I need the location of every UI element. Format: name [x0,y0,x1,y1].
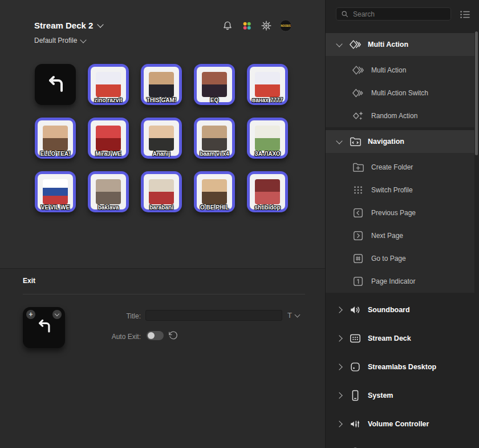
action-random-action[interactable]: Random Action [326,104,474,127]
category-items: Multi ActionMulti Action SwitchRandom Ac… [326,56,474,127]
category-label: Volume Controller [368,420,429,428]
profile-selector[interactable]: Default Profile [34,37,86,45]
category-soundboard[interactable]: Soundboard [326,296,474,324]
action-key-ananij[interactable]: Ananij [141,118,182,159]
stream-deck-icon [348,332,362,345]
action-key-barabani[interactable]: barabani [141,171,182,212]
chevron-down-icon [55,312,59,316]
category-streamlabs-desktop[interactable]: Streamlabs Desktop [326,353,474,381]
auto-exit-toggle[interactable] [147,331,164,340]
key-label: O BE PHIL [194,204,234,211]
key-preview[interactable]: + [23,307,65,348]
toggle-knob [148,332,155,339]
key-label: shtibidop [247,204,287,211]
key-options-dropdown[interactable] [52,310,62,319]
chevron-right-icon [336,421,342,427]
key-label: EQ [194,97,234,103]
action-key-shtibidop[interactable]: shtibidop [247,171,288,212]
key-label: baam vi x4 [194,151,234,157]
reset-icon[interactable] [168,330,178,340]
action-page-indicator[interactable]: Page Indicator [326,270,474,293]
notifications-bell-icon[interactable] [221,19,234,32]
inspector-heading: Exit [23,277,35,285]
action-key-baklava[interactable]: baklava [88,171,129,212]
exit-key[interactable] [35,64,76,105]
action-key-o-be-phil[interactable]: O BE PHIL [194,171,235,212]
title-field-label: Title: [86,312,141,320]
page-indicator-icon [351,275,365,288]
key-artwork [43,179,68,204]
action-search-box[interactable] [336,7,451,21]
category-label: Stream Deck [368,334,411,342]
action-key-miraj-we[interactable]: MiraJ WE [88,118,129,159]
actions-sidebar: Multi ActionMulti ActionMulti Action Swi… [325,0,479,448]
chevron-down-icon [336,41,342,47]
action-multi-action[interactable]: Multi Action [326,59,474,82]
divider [23,294,305,294]
device-title[interactable]: Stream Deck 2 [34,21,103,30]
action-key-за-лахо[interactable]: ЗА-ЛАХО [247,118,288,159]
random-action-icon [351,109,365,123]
category-items: Create FolderSwitch ProfilePrevious Page… [326,153,474,293]
auto-exit-label: Auto Exit: [86,333,141,341]
category-group-navigation: NavigationCreate FolderSwitch ProfilePre… [326,130,474,293]
category-label: Multi Action [368,41,408,49]
category-stream-deck[interactable]: Stream Deck [326,324,474,353]
action-key-this-gam[interactable]: THIS GAM! [141,64,182,105]
search-icon [341,10,348,18]
chevron-right-icon [336,392,342,398]
key-artwork [202,72,227,97]
multi-action-switch-icon [351,86,365,100]
category-partial[interactable] [326,438,474,448]
action-key-ello-tea[interactable]: ELLO TEA! [35,118,76,159]
action-create-folder[interactable]: Create Folder [326,156,474,179]
plugin-store-icon[interactable] [241,19,253,32]
stream-deck-app: { "app": { "title": "Stream Deck 2", "pr… [0,0,479,448]
action-key-zino-razvit[interactable]: zino razvit [88,64,129,105]
action-multi-action-switch[interactable]: Multi Action Switch [326,82,474,104]
key-label: MiraJ WE [88,151,128,157]
key-artwork [255,72,280,97]
list-view-toggle-icon[interactable] [460,10,471,19]
navigation-icon [348,135,362,148]
action-switch-profile[interactable]: Switch Profile [326,179,474,201]
category-volume-controller[interactable]: Volume Controller [326,410,474,438]
action-go-to-page[interactable]: Go to Page [326,247,474,270]
settings-gear-icon[interactable] [260,19,273,32]
inspector-panel: Exit + Title: T Auto Exit: [0,268,325,448]
switch-profile-icon [351,183,365,197]
font-style-dropdown[interactable]: T [287,311,299,320]
key-label: VE VIL WE [35,204,75,211]
device-title-label: Stream Deck 2 [34,21,93,30]
key-artwork [96,126,121,151]
key-label: ELLO TEA! [35,151,75,157]
profile-avatar-badge[interactable]: NOOBS [279,19,292,32]
action-key-ванах-7777[interactable]: ванах 7777 [247,64,288,105]
category-label: System [368,392,393,399]
category-label: Streamlabs Desktop [368,363,436,371]
category-multi-action[interactable]: Multi Action [326,33,474,56]
action-key-ve-vil-we[interactable]: VE VIL WE [35,171,76,212]
title-input[interactable] [145,310,282,321]
key-artwork [149,126,174,151]
action-label: Switch Profile [371,186,413,194]
category-navigation[interactable]: Navigation [326,130,474,153]
sidebar-scrollbar-thumb[interactable] [475,31,478,155]
category-label: Navigation [368,138,404,146]
add-badge-button[interactable]: + [26,310,35,319]
category-label: Soundboard [368,306,410,314]
key-artwork [149,72,174,97]
category-system[interactable]: System [326,381,474,410]
search-input[interactable] [352,10,446,19]
action-previous-page[interactable]: Previous Page [326,201,474,224]
action-key-baam-vi-x4[interactable]: baam vi x4 [194,118,235,159]
canvas-panel: Stream Deck 2 Default Profile NOOBS zino… [0,0,325,448]
action-key-eq[interactable]: EQ [194,64,235,105]
action-label: Random Action [371,112,417,120]
action-label: Multi Action [371,66,406,74]
profile-name-label: Default Profile [34,37,77,45]
multi-action-icon [351,63,365,77]
key-label: ЗА-ЛАХО [247,151,287,157]
key-artwork [149,179,174,204]
action-next-page[interactable]: Next Page [326,224,474,247]
